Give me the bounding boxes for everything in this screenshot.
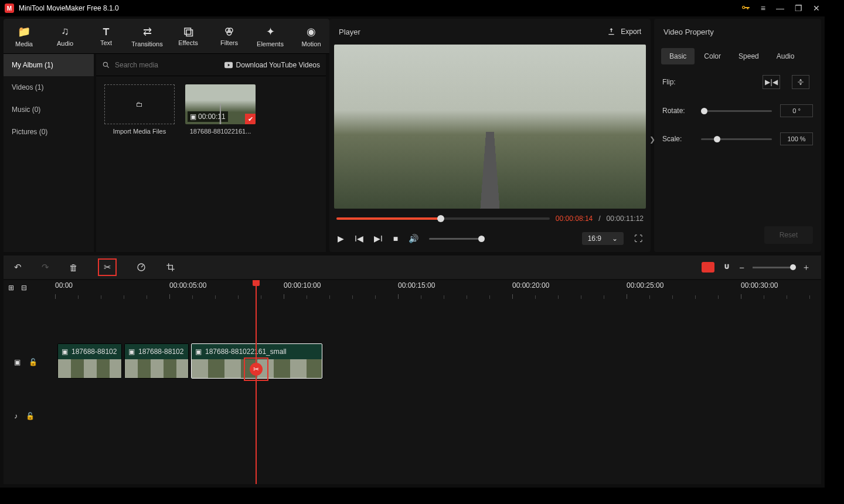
effects-icon <box>183 26 193 37</box>
timeline-toolbar: ↶ ↷ 🗑 ✂ − ＋ <box>4 256 821 279</box>
tab-effects-label: Effects <box>178 39 198 46</box>
next-frame-button[interactable]: ▶I <box>374 234 383 243</box>
download-youtube-label: Download YouTube Videos <box>236 61 320 69</box>
delete-button[interactable]: 🗑 <box>69 263 78 273</box>
play-button[interactable]: ▶ <box>338 234 344 243</box>
undo-button[interactable]: ↶ <box>14 262 22 273</box>
speed-button[interactable] <box>137 263 146 272</box>
aspect-ratio-select[interactable]: 16:9⌄ <box>582 232 624 245</box>
volume-icon[interactable]: 🔊 <box>409 234 418 243</box>
tab-filters[interactable]: Filters <box>209 19 250 53</box>
export-button[interactable]: Export <box>607 27 641 36</box>
app-title: MiniTool MovieMaker Free 8.1.0 <box>19 4 741 12</box>
prev-frame-button[interactable]: I◀ <box>355 234 363 243</box>
elements-icon: ✦ <box>266 25 275 38</box>
zoom-out-button[interactable]: − <box>739 263 744 273</box>
media-browser: Download YouTube Videos 🗀 Import Media F… <box>96 54 326 252</box>
video-track[interactable]: ▣🔓 ▣187688-88102 ▣187688-88102 ▣187688-8… <box>4 343 821 381</box>
split-marker[interactable]: ✂ <box>244 357 268 381</box>
timeline-add-icon[interactable]: ⊞ <box>8 284 14 292</box>
album-sidebar: My Album (1) Videos (1) Music (0) Pictur… <box>4 54 94 252</box>
prop-tab-basic[interactable]: Basic <box>661 48 695 64</box>
download-youtube-link[interactable]: Download YouTube Videos <box>224 61 320 69</box>
export-icon <box>607 27 616 36</box>
tab-effects[interactable]: Effects <box>168 19 209 53</box>
tab-audio[interactable]: ♫Audio <box>45 19 86 53</box>
search-input[interactable] <box>115 61 220 69</box>
album-item-music[interactable]: Music (0) <box>4 98 94 121</box>
tab-elements[interactable]: ✦Elements <box>250 19 291 53</box>
motion-icon: ◉ <box>307 25 316 38</box>
magnet-icon[interactable] <box>723 263 731 272</box>
split-button[interactable]: ✂ <box>98 258 117 276</box>
import-media-button[interactable]: 🗀 Import Media Files <box>104 84 175 135</box>
window-system-buttons: ≡ — ❐ ✕ <box>741 4 820 13</box>
audio-track[interactable]: ♪🔓 <box>4 397 821 435</box>
clip-name-label: 187688-881022161... <box>185 128 256 135</box>
lock-icon[interactable]: 🔓 <box>26 412 35 420</box>
zoom-slider[interactable] <box>753 267 794 268</box>
svg-rect-0 <box>185 28 191 35</box>
music-icon: ♫ <box>61 25 69 38</box>
transitions-icon: ⇄ <box>143 25 152 38</box>
playhead[interactable] <box>256 280 257 484</box>
prop-tab-speed[interactable]: Speed <box>730 48 767 64</box>
minimize-icon[interactable]: — <box>776 4 784 13</box>
chevron-down-icon: ⌄ <box>612 234 618 243</box>
album-item-myalbum[interactable]: My Album (1) <box>4 54 94 76</box>
film-icon: ▣ <box>195 348 202 356</box>
music-track-icon: ♪ <box>14 412 18 420</box>
scrub-bar[interactable] <box>336 217 550 220</box>
redo-button[interactable]: ↷ <box>42 262 49 273</box>
tab-transitions-label: Transitions <box>131 40 162 47</box>
property-panel: ❯ Video Property Basic Color Speed Audio… <box>654 19 821 252</box>
timeline-fit-icon[interactable]: ⊟ <box>21 284 27 292</box>
video-preview[interactable] <box>334 45 646 209</box>
scale-slider[interactable] <box>701 138 772 140</box>
maximize-icon[interactable]: ❐ <box>795 4 802 13</box>
tab-motion[interactable]: ◉Motion <box>291 19 332 53</box>
panel-collapse-chevron[interactable]: ❯ <box>649 135 655 144</box>
zoom-in-button[interactable]: ＋ <box>802 262 811 273</box>
scale-value[interactable]: 100 % <box>780 132 813 145</box>
lock-icon[interactable]: 🔓 <box>29 358 38 366</box>
prop-tab-audio[interactable]: Audio <box>768 48 803 64</box>
timeline-ruler[interactable]: 00:00 00:00:05:00 00:00:10:00 00:00:15:0… <box>55 280 821 299</box>
tab-audio-label: Audio <box>57 40 73 47</box>
hamburger-icon[interactable]: ≡ <box>761 4 765 13</box>
timeline-clip[interactable]: ▣187688-88102 <box>57 343 122 379</box>
flip-vertical-button[interactable] <box>792 75 809 89</box>
svg-rect-1 <box>186 30 193 36</box>
reset-button[interactable]: Reset <box>764 226 813 244</box>
titlebar: M MiniTool MovieMaker Free 8.1.0 ≡ — ❐ ✕ <box>0 0 825 16</box>
prop-tab-color[interactable]: Color <box>696 48 729 64</box>
media-clip[interactable]: ▣00:00:11 ✔ 187688-881022161... <box>185 84 256 135</box>
timeline-clip[interactable]: ▣187688-88102 <box>124 343 189 379</box>
close-icon[interactable]: ✕ <box>813 4 820 13</box>
film-icon: ▣ <box>128 348 135 356</box>
snap-toggle[interactable] <box>702 262 714 273</box>
flip-label: Flip: <box>662 78 693 86</box>
clip-duration-badge: ▣00:00:11 <box>188 111 228 122</box>
youtube-icon <box>224 62 233 69</box>
film-icon: ▣ <box>190 113 196 121</box>
search-icon <box>102 61 110 69</box>
flip-horizontal-button[interactable]: ▶|◀ <box>763 75 780 89</box>
rotate-value[interactable]: 0 ° <box>780 104 813 117</box>
key-icon[interactable] <box>741 4 750 13</box>
scissors-icon: ✂ <box>250 363 263 376</box>
timeline[interactable]: ⊞ ⊟ 00:00 00:00:05:00 00:00:10:00 00:00:… <box>4 280 821 484</box>
volume-slider[interactable] <box>429 238 482 240</box>
film-track-icon: ▣ <box>14 358 21 366</box>
crop-button[interactable] <box>166 263 175 272</box>
stop-button[interactable]: ■ <box>393 234 398 243</box>
tab-transitions[interactable]: ⇄Transitions <box>127 19 168 53</box>
svg-line-6 <box>107 66 109 67</box>
rotate-slider[interactable] <box>701 110 772 112</box>
tab-text[interactable]: Text <box>86 19 127 53</box>
tab-media[interactable]: 📁Media <box>4 19 45 53</box>
tab-filters-label: Filters <box>220 39 238 46</box>
fullscreen-button[interactable]: ⛶ <box>634 234 642 243</box>
album-item-videos[interactable]: Videos (1) <box>4 76 94 98</box>
album-item-pictures[interactable]: Pictures (0) <box>4 121 94 143</box>
